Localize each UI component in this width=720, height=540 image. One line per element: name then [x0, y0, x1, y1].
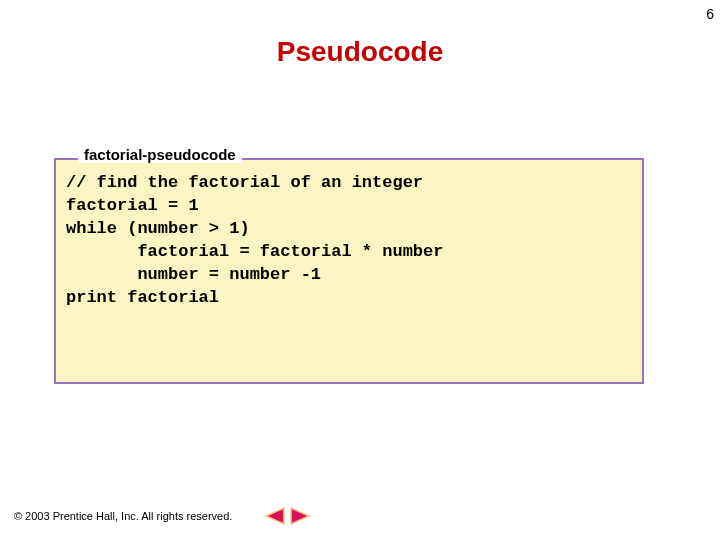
next-arrow-icon[interactable] — [289, 506, 311, 526]
nav-arrows — [264, 506, 311, 526]
svg-marker-0 — [266, 508, 284, 524]
code-line: // find the factorial of an integer — [66, 173, 423, 192]
svg-marker-1 — [291, 508, 309, 524]
page-title: Pseudocode — [0, 36, 720, 68]
page-number: 6 — [706, 6, 714, 22]
footer: © 2003 Prentice Hall, Inc. All rights re… — [14, 506, 311, 526]
code-line: number = number -1 — [66, 265, 321, 284]
copyright-text: 2003 Prentice Hall, Inc. All rights rese… — [25, 510, 232, 522]
code-block: // find the factorial of an integer fact… — [56, 160, 642, 320]
code-line: factorial = 1 — [66, 196, 199, 215]
pseudocode-frame: factorial-pseudocode // find the factori… — [54, 158, 644, 384]
prev-arrow-icon[interactable] — [264, 506, 286, 526]
code-line: factorial = factorial * number — [66, 242, 443, 261]
copyright: © 2003 Prentice Hall, Inc. All rights re… — [14, 510, 232, 522]
code-line: while (number > 1) — [66, 219, 250, 238]
copyright-symbol: © — [14, 510, 22, 522]
frame-label: factorial-pseudocode — [78, 146, 242, 163]
code-line: print factorial — [66, 288, 219, 307]
